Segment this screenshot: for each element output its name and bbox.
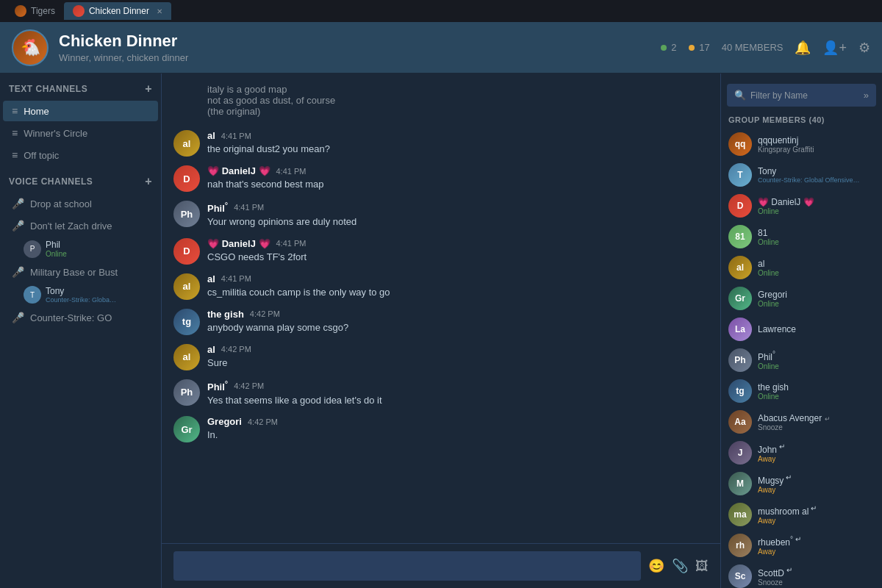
msg-al-1-time: 4:41 PM [221,132,251,140]
add-voice-channel-button[interactable]: + [145,175,152,188]
voice-user-phil-avatar: P [24,240,41,258]
member-81-avatar: 81 [728,225,752,248]
chat-input[interactable] [173,551,641,581]
msg-thegish-1-content: the gish 4:42 PM anybody wanna play some… [207,309,709,335]
tab-close-icon[interactable]: ✕ [157,7,162,15]
member-scottd[interactable]: Sc ScottD ↵ Snooze [721,561,882,588]
channel-winners-circle[interactable]: ≡ Winner's Circle [3,123,158,143]
settings-icon[interactable]: ⚙ [858,40,870,56]
message-gregori-1: Gr Gregori 4:42 PM In. [173,416,709,442]
member-al-info: al Online [758,259,779,277]
tab-tigers[interactable]: Tigers [6,2,64,20]
member-qqquentinj-info: qqquentinj Kingspray Graffiti [758,135,814,154]
msg-phil-1-time: 4:41 PM [234,203,264,212]
hash-icon-3: ≡ [12,149,18,161]
msg-gregori-1-text: In. [207,429,709,442]
channel-off-topic[interactable]: ≡ Off topic [3,145,158,165]
attachment-icon[interactable]: 📎 [672,558,688,574]
msg-phil-2-content: Phil° 4:42 PM Yes that seems like a good… [207,379,709,408]
member-danielj[interactable]: D 💗 DanielJ 💗 Online [721,190,882,221]
msg-danielj-2-text: CSGO needs TF's 2fort [207,251,709,264]
emoji-icon[interactable]: 😊 [648,558,664,574]
msg-phil-1-username: Phil° [207,201,228,214]
member-tony-avatar: T [728,163,752,187]
members-panel: 🔍 » Group members (40) qq qqquentinj Kin… [720,74,882,588]
member-lawrence[interactable]: La Lawrence [721,314,882,345]
members-filter-bar: 🔍 » [727,84,876,107]
msg-al-2-avatar: al [173,273,200,300]
member-john[interactable]: J John ↵ Away [721,437,882,468]
message-danielj-1: D 💗 DanielJ 💗 4:41 PM nah that's second … [173,165,709,192]
heart-left-1: 💗 [207,165,219,176]
member-mugsy[interactable]: M Mugsy ↵ Away [721,468,882,499]
msg-phil-1-header: Phil° 4:41 PM [207,201,709,214]
member-phil-info: Phil° Online [758,350,779,370]
server-title: Chicken Dinner [59,32,661,51]
header-actions: 2 17 40 MEMBERS 🔔 👤+ ⚙ [661,40,870,56]
expand-icon[interactable]: » [864,90,869,101]
msg-danielj-1-time: 4:41 PM [276,167,306,176]
msg-danielj-1-avatar: D [173,165,200,192]
mic-icon-1: 🎤 [12,198,24,209]
member-the-gish-info: the gish Online [758,382,789,401]
message-al-2: al al 4:41 PM cs_militia couch camp is t… [173,273,709,300]
msg-al-2-text: cs_militia couch camp is the only way to… [207,286,709,299]
msg-al-1-avatar: al [173,130,200,157]
member-mushroom-al-avatar: ma [728,503,752,526]
member-danielj-avatar: D [728,194,752,218]
voice-military-base-or-bust[interactable]: 🎤 Military Base or Bust [3,262,158,282]
add-text-channel-button[interactable]: + [145,82,152,96]
message-phil-1: Ph Phil° 4:41 PM Your wrong opinions are… [173,201,709,229]
msg-gregori-1-content: Gregori 4:42 PM In. [207,416,709,442]
members-count: 40 MEMBERS [722,42,784,53]
msg-al-1-content: al 4:41 PM the original dust2 you mean? [207,130,709,157]
msg-al-3-text: Sure [207,356,709,370]
voice-drop-at-school[interactable]: 🎤 Drop at school [3,193,158,214]
member-danielj-info: 💗 DanielJ 💗 Online [758,197,814,215]
server-subtitle: Winner, winner, chicken dinner [59,52,661,63]
member-qqquentinj[interactable]: qq qqquentinj Kingspray Graffiti [721,129,882,159]
member-mushroom-al[interactable]: ma mushroom al ↵ Away [721,499,882,530]
voice-counter-strike-go[interactable]: 🎤 Counter-Strike: GO [3,307,158,328]
add-friend-icon[interactable]: 👤+ [822,40,847,56]
member-scottd-info: ScottD ↵ Snooze [758,566,792,587]
notification-icon[interactable]: 🔔 [795,40,811,56]
online-dot [661,45,667,51]
heart-right-2: 💗 [259,238,270,249]
member-the-gish[interactable]: tg the gish Online [721,376,882,406]
system-message: italy is a good map not as good as dust,… [173,82,709,123]
sidebar: Text Channels + ≡ Home ≡ Winner's Circle… [0,74,162,588]
member-gregori-avatar: Gr [728,287,752,310]
text-channels-header: Text Channels + [0,74,161,100]
msg-gregori-1-avatar: Gr [173,416,200,442]
msg-phil-2-header: Phil° 4:42 PM [207,379,709,392]
member-abacus-avenger[interactable]: Aa Abacus Avenger ↵ Snooze [721,406,882,437]
image-icon[interactable]: 🖼 [695,559,709,574]
msg-thegish-1-username: the gish [207,309,244,320]
msg-phil-2-time: 4:42 PM [234,381,264,390]
member-phil-avatar: Ph [728,348,752,372]
msg-danielj-2-time: 4:41 PM [276,239,306,248]
member-tony[interactable]: T Tony Counter-Strike: Global Offensive… [721,159,882,190]
tab-chicken-dinner[interactable]: Chicken Dinner ✕ [64,2,171,20]
server-info: Chicken Dinner Winner, winner, chicken d… [59,32,661,63]
msg-al-2-header: al 4:41 PM [207,273,709,284]
msg-thegish-1-time: 4:42 PM [250,309,280,318]
member-phil[interactable]: Ph Phil° Online [721,345,882,376]
msg-thegish-1-header: the gish 4:42 PM [207,309,709,320]
member-mugsy-avatar: M [728,472,752,495]
members-filter-input[interactable] [750,90,839,101]
member-rhueben[interactable]: rh rhueben° ↵ Away [721,530,882,561]
voice-user-tony-avatar: T [24,286,41,304]
heart-left-2: 💗 [207,238,219,249]
channel-home[interactable]: ≡ Home [3,101,158,121]
msg-danielj-1-header: 💗 DanielJ 💗 4:41 PM [207,165,709,176]
member-gregori[interactable]: Gr Gregori Online [721,283,882,314]
member-81[interactable]: 81 81 Online [721,221,882,252]
message-al-3: al al 4:42 PM Sure [173,344,709,370]
member-al[interactable]: al al Online [721,252,882,283]
voice-dont-let-zach-drive[interactable]: 🎤 Don't let Zach drive [3,215,158,236]
msg-al-3-header: al 4:42 PM [207,344,709,355]
msg-phil-2-username: Phil° [207,379,228,392]
online-count: 2 [661,42,677,53]
